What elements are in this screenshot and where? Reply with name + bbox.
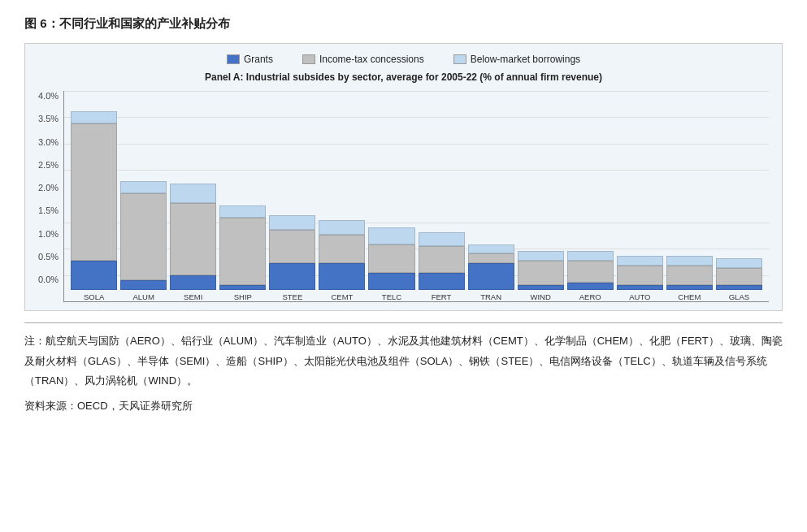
bar-stack [716, 258, 762, 290]
legend: GrantsIncome-tax concessionsBelow-market… [38, 54, 769, 65]
bar-label: TELC [382, 292, 401, 301]
bar-group: SHIP [219, 205, 266, 301]
bar-stack [269, 215, 315, 290]
income-tax-segment [170, 203, 216, 275]
below-market-segment [170, 184, 216, 203]
bar-label: CHEM [678, 292, 701, 301]
notes-text: 注：航空航天与国防（AERO）、铝行业（ALUM）、汽车制造业（AUTO）、水泥… [24, 331, 783, 391]
chart-subtitle: Panel A: Industrial subsides by sector, … [38, 71, 769, 83]
income-tax-segment [219, 218, 266, 285]
income-tax-segment [617, 266, 663, 285]
bar-group: AUTO [617, 256, 663, 301]
grants-segment [567, 283, 614, 290]
income-tax-segment [419, 246, 465, 273]
bar-stack [419, 232, 465, 290]
y-axis-tick: 3.5% [38, 114, 59, 123]
income-tax-segment [567, 261, 614, 283]
bar-stack [368, 227, 414, 290]
bar-group: FERT [419, 232, 465, 301]
income-tax-segment [518, 261, 564, 285]
income-tax-segment [368, 244, 414, 274]
bar-group: TRAN [468, 244, 514, 302]
grants-segment [368, 273, 414, 290]
y-axis-tick: 1.5% [38, 205, 59, 215]
grants-segment [120, 280, 167, 290]
legend-item: Below-market borrowings [453, 54, 580, 65]
income-tax-segment [269, 230, 315, 264]
below-market-segment [419, 232, 465, 247]
bar-group: CHEM [666, 256, 713, 301]
below-market-segment [716, 258, 762, 268]
y-axis-tick: 2.0% [38, 183, 59, 192]
y-axis-tick: 3.0% [38, 137, 59, 147]
bar-label: AERO [579, 292, 601, 301]
bar-group: SOLA [71, 111, 117, 301]
bar-label: TRAN [480, 292, 501, 301]
bar-label: SHIP [234, 292, 252, 301]
income-tax-segment [716, 268, 762, 285]
bar-label: CEMT [331, 292, 353, 301]
chart-container: GrantsIncome-tax concessionsBelow-market… [24, 43, 783, 311]
grants-segment [71, 261, 117, 290]
bar-stack [567, 251, 614, 290]
bar-label: WIND [531, 292, 551, 301]
bar-label: SOLA [84, 292, 104, 301]
below-market-segment [319, 220, 365, 235]
bar-label: FERT [432, 292, 452, 301]
y-axis-tick: 4.0% [38, 91, 59, 101]
source-text: 资料来源：OECD，天风证券研究所 [24, 396, 783, 417]
bar-group: AERO [567, 251, 614, 301]
bar-stack [219, 205, 266, 290]
bar-group: CEMT [319, 220, 365, 301]
bar-label: SEMI [184, 292, 202, 301]
income-tax-segment [71, 123, 117, 262]
below-market-segment [120, 181, 167, 193]
bar-stack [617, 256, 663, 290]
income-tax-segment [666, 266, 713, 285]
below-market-segment [269, 215, 315, 230]
grants-segment [419, 273, 465, 290]
below-market-segment [567, 251, 614, 261]
income-tax-segment [468, 253, 514, 263]
y-axis-tick: 0.0% [38, 275, 59, 284]
page-title: 图 6：不同行业和国家的产业补贴分布 [24, 16, 783, 32]
bar-label: ALUM [132, 292, 154, 301]
grants-segment [468, 263, 514, 290]
bar-group: ALUM [120, 181, 167, 301]
bar-stack [170, 184, 216, 290]
bar-stack [319, 220, 365, 290]
grants-segment [716, 285, 762, 290]
y-axis-tick: 2.5% [38, 160, 59, 170]
income-tax-segment [120, 193, 167, 280]
y-axis: 4.0%3.5%3.0%2.5%2.0%1.5%1.0%0.5%0.0% [38, 91, 63, 302]
notes-section: 注：航空航天与国防（AERO）、铝行业（ALUM）、汽车制造业（AUTO）、水泥… [24, 322, 783, 417]
below-market-segment [468, 244, 514, 254]
below-market-segment [666, 256, 713, 266]
bar-stack [666, 256, 713, 290]
grants-segment [666, 285, 713, 290]
bar-label: STEE [282, 292, 302, 301]
bar-group: TELC [368, 227, 414, 301]
below-market-segment [71, 111, 117, 123]
bar-stack [120, 181, 167, 290]
bar-label: GLAS [729, 292, 749, 301]
below-market-segment [617, 256, 663, 266]
bar-stack [518, 251, 564, 290]
grants-segment [219, 285, 266, 290]
legend-item: Grants [227, 54, 273, 65]
bar-group: STEE [269, 215, 315, 301]
y-axis-tick: 0.5% [38, 252, 59, 262]
below-market-segment [368, 227, 414, 244]
y-axis-tick: 1.0% [38, 229, 59, 239]
below-market-segment [219, 205, 266, 218]
legend-item: Income-tax concessions [302, 54, 424, 65]
grants-segment [319, 263, 365, 290]
grants-segment [269, 263, 315, 290]
bar-group: WIND [518, 251, 564, 301]
bar-label: AUTO [629, 292, 650, 301]
below-market-segment [518, 251, 564, 261]
bar-stack [468, 244, 514, 291]
grants-segment [170, 275, 216, 290]
bar-stack [71, 111, 117, 290]
bar-group: GLAS [716, 258, 762, 301]
